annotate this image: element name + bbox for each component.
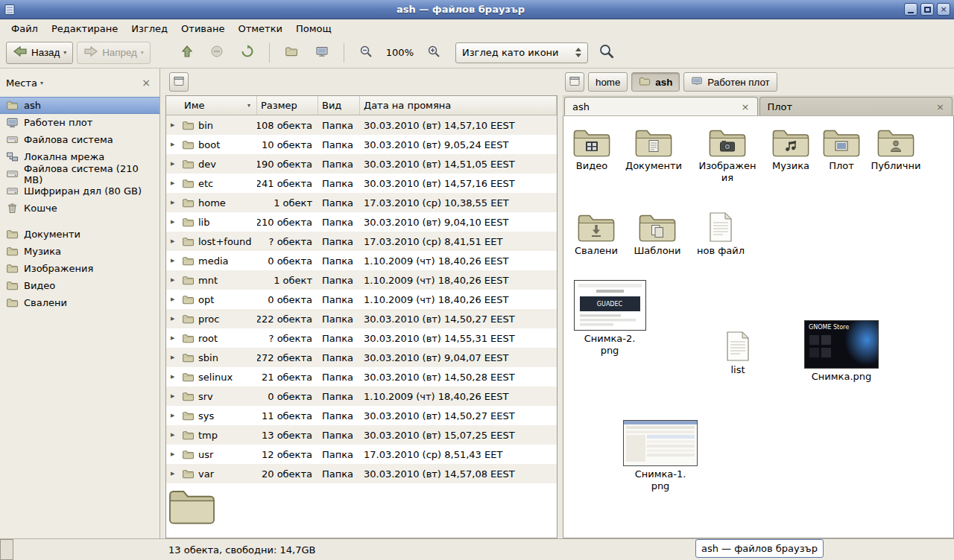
table-row-var[interactable]: ▶ var 20 обекта Папка 30.03.2010 (вт) 14…	[166, 464, 557, 483]
sidebar-item-9[interactable]: Изображения	[0, 260, 159, 277]
expander-icon[interactable]: ▶	[171, 393, 178, 399]
table-row-lost+found[interactable]: ▶ lost+found ? обекта Папка 17.03.2010 (…	[166, 232, 557, 251]
expander-icon[interactable]: ▶	[171, 161, 178, 167]
menu-edit[interactable]: Редактиране	[45, 21, 124, 36]
icon-item-12[interactable]: Снимка-1. png	[619, 420, 702, 491]
table-row-media[interactable]: ▶ media 0 обекта Папка 1.10.2009 (чт) 18…	[166, 251, 557, 270]
table-row-lib[interactable]: ▶ lib 210 обекта Папка 30.03.2010 (вт) 9…	[166, 212, 557, 232]
forward-button[interactable]: Напред ▾	[77, 42, 151, 64]
table-row-mnt[interactable]: ▶ mnt 1 обект Папка 1.10.2009 (чт) 18,40…	[166, 270, 557, 290]
view-mode-select[interactable]: Изглед като икони	[455, 42, 588, 63]
table-row-dev[interactable]: ▶ dev 190 обекта Папка 30.03.2010 (вт) 1…	[166, 154, 557, 174]
maximize-button[interactable]	[920, 3, 934, 16]
expander-icon[interactable]: ▶	[171, 316, 178, 322]
expander-icon[interactable]: ▶	[171, 296, 178, 302]
menu-file[interactable]: Файл	[4, 21, 45, 36]
zoom-out-button[interactable]	[353, 42, 379, 64]
pathbar-root-button[interactable]	[565, 72, 584, 92]
expander-icon[interactable]: ▶	[171, 451, 178, 457]
expander-icon[interactable]: ▶	[171, 200, 178, 206]
expander-icon[interactable]: ▶	[171, 471, 178, 477]
icon-item-10[interactable]: list	[710, 331, 766, 376]
resize-grip[interactable]	[0, 539, 13, 560]
stop-button[interactable]	[203, 42, 230, 64]
sidebar-item-6[interactable]: Кошче	[0, 200, 159, 217]
table-row-sys[interactable]: ▶ sys 11 обекта Папка 30.03.2010 (вт) 14…	[166, 406, 557, 425]
expander-icon[interactable]: ▶	[171, 219, 178, 225]
expander-icon[interactable]: ▶	[171, 180, 178, 186]
expander-icon[interactable]: ▶	[171, 141, 178, 147]
expander-icon[interactable]: ▶	[171, 258, 178, 264]
sidebar-item-0[interactable]: ash	[0, 97, 159, 114]
column-header-date[interactable]: Дата на промяна	[360, 96, 557, 115]
table-row-tmp[interactable]: ▶ tmp 13 обекта Папка 30.03.2010 (вт) 15…	[166, 425, 557, 445]
sidebar-item-7[interactable]: Документи	[0, 226, 159, 243]
sidebar-item-5[interactable]: Шифриран дял (80 GB)	[0, 182, 159, 200]
table-row-sbin[interactable]: ▶ sbin 272 обекта Папка 30.03.2010 (вт) …	[166, 348, 557, 367]
minimize-button[interactable]	[904, 3, 917, 16]
table-row-boot[interactable]: ▶ boot 10 обекта Папка 30.03.2010 (вт) 9…	[166, 135, 557, 154]
home-button[interactable]	[278, 42, 305, 64]
taskbar-window-button[interactable]: ash — файлов браузър	[695, 539, 824, 558]
column-header-size[interactable]: Размер	[257, 96, 318, 115]
menu-bookmarks[interactable]: Отметки	[231, 21, 288, 36]
reload-button[interactable]	[234, 42, 261, 64]
close-button[interactable]: ×	[937, 3, 950, 16]
icon-item-7[interactable]: Шаблони	[629, 211, 686, 257]
table-row-home[interactable]: ▶ home 1 обект Папка 17.03.2010 (ср) 10,…	[166, 193, 557, 212]
sidebar-close-icon[interactable]: ×	[139, 77, 154, 89]
computer-button[interactable]	[309, 42, 335, 64]
expander-icon[interactable]: ▶	[171, 432, 178, 438]
icon-item-9[interactable]: GUADEC Снимка-2. png	[568, 280, 651, 356]
search-button[interactable]	[592, 42, 622, 64]
icon-item-3[interactable]: Музика	[762, 127, 819, 172]
table-row-selinux[interactable]: ▶ selinux 21 обекта Папка 30.03.2010 (вт…	[166, 367, 557, 386]
icon-item-1[interactable]: Документи	[625, 127, 682, 172]
expander-icon[interactable]: ▶	[171, 413, 178, 419]
menu-view[interactable]: Изглед	[124, 21, 174, 36]
table-row-bin[interactable]: ▶ bin 108 обекта Папка 30.03.2010 (вт) 1…	[166, 115, 557, 135]
pane-splitter-2[interactable]	[557, 69, 563, 538]
icon-item-0[interactable]: Видео	[563, 127, 620, 172]
sidebar-item-1[interactable]: Работен плот	[0, 114, 159, 131]
icon-item-4[interactable]: Плот	[813, 127, 870, 172]
sidebar-item-11[interactable]: Свалени	[0, 294, 159, 311]
expander-icon[interactable]: ▶	[171, 335, 178, 341]
expander-icon[interactable]: ▶	[171, 354, 178, 360]
places-header[interactable]: Места ▾ ×	[0, 69, 159, 97]
table-row-usr[interactable]: ▶ usr 12 обекта Папка 17.03.2010 (ср) 8,…	[166, 445, 557, 464]
tab-ash[interactable]: ash ×	[564, 97, 758, 115]
icon-item-5[interactable]: Публични	[868, 127, 924, 172]
back-dropdown-caret-icon[interactable]: ▾	[63, 49, 66, 56]
menu-go[interactable]: Отиване	[174, 21, 231, 36]
icon-item-8[interactable]: нов файл	[692, 211, 749, 257]
icon-item-2[interactable]: Изображен ия	[698, 127, 757, 183]
table-row-srv[interactable]: ▶ srv 0 обекта Папка 1.10.2009 (чт) 18,4…	[166, 386, 557, 406]
title-bar[interactable]: ash — файлов браузър ×	[0, 0, 954, 19]
expander-icon[interactable]: ▶	[171, 238, 178, 244]
table-row-proc[interactable]: ▶ proc 222 обекта Папка 30.03.2010 (вт) …	[166, 309, 557, 328]
tab-close-icon[interactable]: ×	[936, 101, 944, 112]
menu-help[interactable]: Помощ	[289, 21, 338, 36]
pathbar-ash-button[interactable]: ash	[631, 72, 680, 92]
zoom-in-button[interactable]	[420, 42, 447, 64]
table-row-etc[interactable]: ▶ etc 241 обекта Папка 30.03.2010 (вт) 1…	[166, 174, 557, 193]
tab-plot[interactable]: Плот ×	[759, 97, 953, 115]
sidebar-item-4[interactable]: Файлова система (210 MB)	[0, 165, 159, 182]
sidebar-item-8[interactable]: Музика	[0, 243, 159, 260]
table-row-root[interactable]: ▶ root ? обекта Папка 30.03.2010 (вт) 14…	[166, 328, 557, 348]
expander-icon[interactable]: ▶	[171, 374, 178, 380]
sidebar-item-10[interactable]: Видео	[0, 277, 159, 294]
pathbar-desktop-button[interactable]: Работен плот	[683, 72, 777, 92]
up-button[interactable]	[174, 42, 200, 64]
pathbar-home-button[interactable]: home	[588, 72, 628, 92]
pane-splitter[interactable]	[160, 69, 165, 538]
tab-close-icon[interactable]: ×	[742, 101, 750, 112]
column-header-name[interactable]: Име ▾	[166, 96, 257, 115]
pane-location-button[interactable]	[169, 72, 189, 92]
table-row-opt[interactable]: ▶ opt 0 обекта Папка 1.10.2009 (чт) 18,4…	[166, 290, 557, 309]
expander-icon[interactable]: ▶	[171, 277, 178, 283]
expander-icon[interactable]: ▶	[171, 122, 178, 128]
column-header-type[interactable]: Вид	[318, 96, 360, 115]
icon-item-6[interactable]: Свалени	[568, 211, 625, 257]
